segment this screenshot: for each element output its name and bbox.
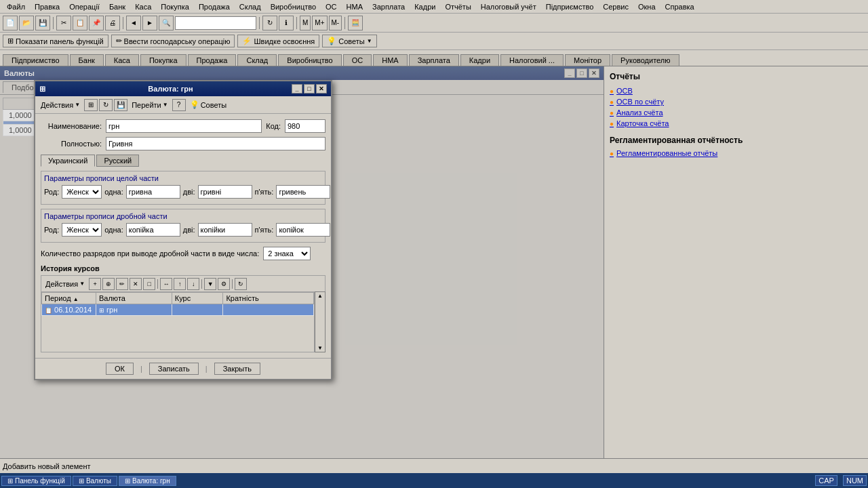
save-btn[interactable]: 💾 bbox=[35, 16, 50, 30]
close-button[interactable]: Закрыть bbox=[214, 363, 260, 375]
tab-storage[interactable]: Склад bbox=[237, 54, 277, 66]
search-input[interactable] bbox=[175, 16, 256, 30]
link-card[interactable]: Карточка счёта bbox=[610, 119, 863, 127]
cut-btn[interactable]: ✂ bbox=[56, 16, 71, 30]
digits-select[interactable]: 2 знака 0 знаков bbox=[263, 247, 311, 260]
history-edit-btn[interactable]: ✏ bbox=[116, 278, 128, 290]
menu-reports[interactable]: Отчёты bbox=[441, 2, 475, 12]
taskbar-panel[interactable]: ⊞ Панель функцій bbox=[1, 476, 71, 486]
frac-gender-select[interactable]: Женск Мужск bbox=[62, 223, 102, 237]
toolbar-icon2[interactable]: ↻ bbox=[99, 99, 113, 111]
history-delete-btn[interactable]: ✕ bbox=[130, 278, 142, 290]
tab-prod[interactable]: Виробництво bbox=[278, 54, 341, 66]
menu-tax[interactable]: Налоговый учёт bbox=[477, 2, 540, 12]
actions-dropdown[interactable]: Действия ▼ bbox=[38, 100, 83, 110]
menu-bank[interactable]: Банк bbox=[105, 2, 130, 12]
frac-two-input[interactable] bbox=[198, 223, 252, 237]
tab-russian[interactable]: Русский bbox=[96, 155, 139, 167]
whole-two-input[interactable] bbox=[198, 185, 252, 199]
history-copy-btn[interactable]: ⊕ bbox=[102, 278, 115, 290]
paste-btn[interactable]: 📌 bbox=[89, 16, 104, 30]
history-refresh-btn[interactable]: ↻ bbox=[235, 278, 247, 290]
refresh-btn[interactable]: ↻ bbox=[262, 16, 277, 30]
search-btn[interactable]: 🔍 bbox=[159, 16, 174, 30]
copy-btn[interactable]: 📋 bbox=[73, 16, 87, 30]
history-actions-btn[interactable]: Действия ▼ bbox=[43, 279, 87, 289]
menu-sell[interactable]: Продажа bbox=[195, 2, 234, 12]
link-osv[interactable]: ОСВ bbox=[610, 87, 863, 95]
history-filter-btn[interactable]: ▼ bbox=[204, 278, 216, 290]
menu-storage[interactable]: Склад bbox=[235, 2, 265, 12]
tab-hr[interactable]: Кадри bbox=[460, 54, 499, 66]
full-input[interactable] bbox=[106, 137, 326, 150]
advice-toolbar-btn[interactable]: 💡 Советы bbox=[187, 99, 229, 110]
menu-hr[interactable]: Кадри bbox=[410, 2, 439, 12]
history-table-container[interactable]: Период ▲ Валюта Курс Кратність bbox=[41, 291, 315, 352]
tab-tax[interactable]: Налоговий ... bbox=[500, 54, 564, 66]
modal-max-btn[interactable]: □ bbox=[304, 84, 315, 94]
link-reg-reports[interactable]: Регламентированные отчёты bbox=[610, 149, 863, 157]
whole-gender-select[interactable]: Женск Мужск bbox=[62, 185, 102, 199]
menu-nma[interactable]: НМА bbox=[342, 2, 367, 12]
menu-service[interactable]: Сервис bbox=[599, 2, 633, 12]
tab-monitor[interactable]: Монітор bbox=[565, 54, 610, 66]
history-add-btn[interactable]: + bbox=[89, 278, 101, 290]
add-operation-btn[interactable]: ✏ Ввести господарську операцію bbox=[111, 35, 235, 47]
mplus-btn[interactable]: М+ bbox=[312, 16, 327, 30]
history-link-btn[interactable]: ↔ bbox=[160, 278, 172, 290]
history-up-btn[interactable]: ↑ bbox=[174, 278, 186, 290]
menu-help[interactable]: Справка bbox=[661, 2, 698, 12]
modal-min-btn[interactable]: _ bbox=[292, 84, 302, 94]
m-btn[interactable]: М bbox=[300, 16, 311, 30]
frac-one-input[interactable] bbox=[126, 223, 180, 237]
taskbar-currencies[interactable]: ⊞ Валюты bbox=[73, 476, 117, 486]
menu-salary[interactable]: Зарплата bbox=[368, 2, 409, 12]
show-panel-btn[interactable]: ⊞ Показати панель функцій bbox=[3, 35, 108, 47]
name-input[interactable] bbox=[106, 119, 262, 133]
history-scroll-up[interactable]: ▲ bbox=[317, 293, 323, 299]
mminus-btn[interactable]: М- bbox=[329, 16, 342, 30]
menu-enterprise[interactable]: Підприємство bbox=[542, 2, 598, 12]
toolbar-icon1[interactable]: ⊞ bbox=[84, 99, 98, 111]
code-input[interactable] bbox=[285, 119, 326, 133]
modal-close-btn[interactable]: ✕ bbox=[316, 84, 327, 94]
tab-os[interactable]: ОС bbox=[343, 54, 372, 66]
menu-buy[interactable]: Покупка bbox=[157, 2, 193, 12]
new-btn[interactable]: 📄 bbox=[3, 16, 18, 30]
tab-sell[interactable]: Продажа bbox=[188, 54, 237, 66]
taskbar-currency-detail[interactable]: ⊞ Валюта: грн bbox=[119, 476, 176, 486]
menu-file[interactable]: Файл bbox=[3, 2, 29, 12]
tab-bank[interactable]: Банк bbox=[70, 54, 104, 66]
fwd-btn[interactable]: ► bbox=[142, 16, 157, 30]
open-btn[interactable]: 📂 bbox=[19, 16, 34, 30]
history-down-btn[interactable]: ↓ bbox=[187, 278, 199, 290]
link-analysis[interactable]: Анализ счёта bbox=[610, 108, 863, 117]
menu-os[interactable]: ОС bbox=[321, 2, 341, 12]
toolbar-icon3[interactable]: 💾 bbox=[114, 99, 127, 111]
menu-edit[interactable]: Правка bbox=[31, 2, 64, 12]
ok-button[interactable]: ОК bbox=[106, 363, 134, 375]
info-btn[interactable]: ℹ bbox=[279, 16, 294, 30]
whole-one-input[interactable] bbox=[126, 185, 180, 199]
history-settings-btn[interactable]: ⚙ bbox=[218, 278, 230, 290]
menu-kassa[interactable]: Каса bbox=[131, 2, 155, 12]
history-scrollbar[interactable]: ▲ ▼ bbox=[315, 291, 326, 352]
link-osv-account[interactable]: ОСВ по счёту bbox=[610, 98, 863, 106]
menu-windows[interactable]: Окна bbox=[634, 2, 660, 12]
menu-ops[interactable]: Операції bbox=[65, 2, 104, 12]
frac-five-input[interactable] bbox=[276, 223, 330, 237]
whole-five-input[interactable] bbox=[276, 185, 330, 199]
history-row[interactable]: 📋 06.10.2014 ⊞ грн bbox=[42, 304, 314, 316]
tab-enterprise[interactable]: Підприємство bbox=[3, 54, 68, 66]
menu-prod[interactable]: Виробництво bbox=[267, 2, 320, 12]
tab-director[interactable]: Руководителю bbox=[612, 54, 679, 66]
tab-salary[interactable]: Зарплата bbox=[409, 54, 459, 66]
calc-btn[interactable]: 🧮 bbox=[348, 16, 363, 30]
tab-ukrainian[interactable]: Украинский bbox=[41, 155, 95, 167]
toolbar-help-icon[interactable]: ? bbox=[172, 99, 186, 111]
history-scroll-down[interactable]: ▼ bbox=[317, 345, 323, 351]
print-btn[interactable]: 🖨 bbox=[105, 16, 120, 30]
tab-buy[interactable]: Покупка bbox=[140, 54, 186, 66]
back-btn[interactable]: ◄ bbox=[126, 16, 141, 30]
save-button[interactable]: Записать bbox=[149, 363, 199, 375]
